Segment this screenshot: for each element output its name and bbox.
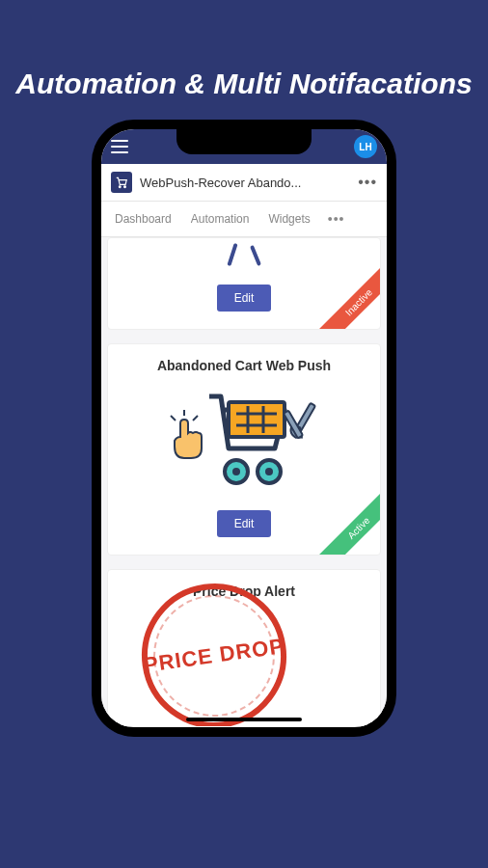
svg-point-0	[119, 186, 121, 188]
page-title: Automation & Multi Notifacations	[0, 0, 488, 120]
phone-frame: LH WebPush-Recover Abando... ••• Dashboa…	[92, 120, 396, 737]
svg-rect-5	[229, 402, 285, 437]
cart-icon	[111, 172, 132, 193]
phone-screen: LH WebPush-Recover Abando... ••• Dashboa…	[101, 129, 387, 727]
svg-point-13	[265, 468, 273, 475]
edit-button[interactable]: Edit	[217, 510, 272, 537]
card-illustration	[118, 238, 370, 267]
card-illustration: PRICE DROP	[118, 612, 311, 699]
app-more-icon[interactable]: •••	[358, 174, 377, 191]
automation-card: Edit Inactive	[107, 237, 381, 330]
svg-point-1	[124, 186, 126, 188]
stamp-text: PRICE DROP	[142, 634, 285, 678]
phone-notch	[176, 129, 312, 154]
svg-line-4	[193, 416, 198, 420]
content-scroll[interactable]: Edit Inactive Abandoned Cart Web Push	[101, 237, 387, 726]
phone-mockup: LH WebPush-Recover Abando... ••• Dashboa…	[0, 120, 488, 737]
status-badge: Active	[318, 487, 381, 556]
edit-button[interactable]: Edit	[217, 285, 272, 312]
tab-automation[interactable]: Automation	[181, 203, 259, 235]
automation-card: Abandoned Cart Web Push	[107, 343, 381, 556]
avatar[interactable]: LH	[354, 135, 377, 158]
tabbar: Dashboard Automation Widgets •••	[101, 202, 387, 237]
status-badge: Inactive	[318, 261, 381, 330]
app-header: WebPush-Recover Abando... •••	[101, 164, 387, 202]
card-illustration	[118, 387, 370, 493]
automation-card: Price Drop Alert PRICE DROP	[107, 569, 381, 726]
card-title: Abandoned Cart Web Push	[118, 358, 370, 373]
svg-line-3	[171, 416, 176, 420]
menu-icon[interactable]	[111, 140, 128, 153]
tab-dashboard[interactable]: Dashboard	[105, 203, 181, 235]
svg-point-11	[232, 468, 240, 475]
home-indicator	[186, 718, 302, 721]
app-title: WebPush-Recover Abando...	[140, 176, 350, 190]
tab-widgets[interactable]: Widgets	[258, 203, 319, 235]
tab-more-icon[interactable]: •••	[320, 202, 353, 236]
